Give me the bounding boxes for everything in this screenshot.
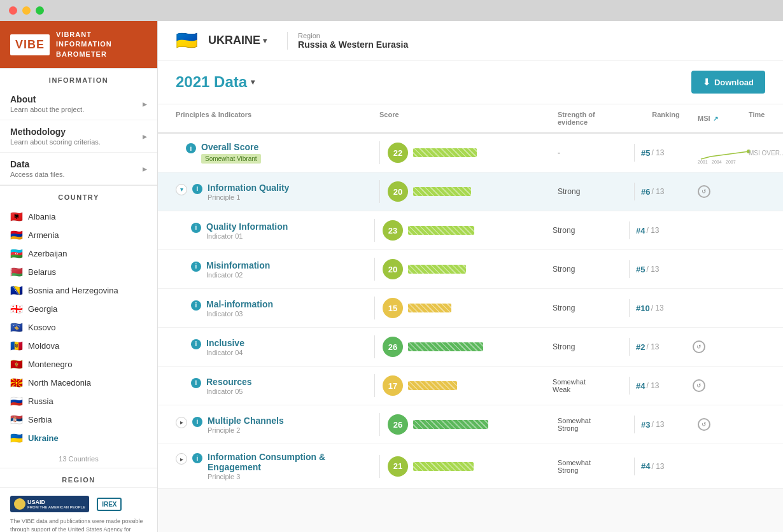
- info-quality-msi: ↺: [698, 185, 749, 198]
- sidebar-item-data[interactable]: Data Access data files.: [0, 153, 157, 185]
- selected-country: UKRAINE: [208, 34, 260, 47]
- overall-rank-num: #5: [641, 148, 650, 158]
- window-chrome: [0, 0, 783, 21]
- msi-external-link-icon[interactable]: ↗: [713, 115, 718, 122]
- svg-text:2004: 2004: [712, 160, 722, 164]
- methodology-arrow-icon: [143, 131, 147, 141]
- country-item-russia[interactable]: 🇷🇺 Russia: [0, 392, 157, 410]
- info-quality-ranking: #6 / 13: [634, 183, 698, 200]
- multiple-channels-history-icon[interactable]: ↺: [698, 418, 710, 431]
- col-time: Time: [749, 111, 783, 126]
- country-item-north-macedonia[interactable]: 🇲🇰 North Macedonia: [0, 374, 157, 392]
- data-header: 2021 Data ▾ ⬇ Download: [158, 60, 783, 104]
- sidebar-footer: USAID FROM THE AMERICAN PEOPLE IREX The …: [0, 487, 157, 532]
- multiple-channels-msi: ↺: [698, 418, 749, 431]
- row-info-consumption: ▸ i Information Consumption & Engagement…: [158, 444, 783, 489]
- section-title-region: REGION: [0, 468, 157, 487]
- info-quality-history-icon[interactable]: ↺: [698, 185, 710, 198]
- country-item-armenia[interactable]: 🇦🇲 Armenia: [0, 226, 157, 244]
- info-quality-score-bar: [413, 187, 558, 196]
- country-item-moldova[interactable]: 🇲🇩 Moldova: [0, 337, 157, 355]
- russia-name: Russia: [28, 396, 53, 406]
- inclusive-ranking: #2 / 13: [629, 338, 693, 356]
- mal-information-info-icon[interactable]: i: [191, 300, 201, 311]
- inclusive-score-cell: 26: [374, 335, 553, 358]
- country-item-serbia[interactable]: 🇷🇸 Serbia: [0, 410, 157, 429]
- info-consumption-expand-btn[interactable]: ▸: [176, 453, 187, 465]
- col-principles: Principles & Indicators: [176, 111, 379, 126]
- table-header-row: Principles & Indicators Score Strength o…: [158, 104, 783, 134]
- kosovo-flag: 🇽🇰: [10, 321, 23, 333]
- resources-info-icon[interactable]: i: [191, 378, 201, 388]
- overall-score-badge: 22: [388, 143, 408, 163]
- irex-label: IREX: [102, 501, 116, 508]
- moldova-name: Moldova: [28, 341, 59, 351]
- region-value: Russia & Western Eurasia: [298, 39, 408, 50]
- svg-text:2007: 2007: [726, 160, 736, 164]
- country-item-bosnia[interactable]: 🇧🇦 Bosnia and Herzegovina: [0, 281, 157, 300]
- inclusive-info-icon[interactable]: i: [191, 339, 201, 349]
- minimize-button[interactable]: [22, 6, 31, 15]
- russia-flag: 🇷🇺: [10, 395, 23, 407]
- country-item-ukraine[interactable]: 🇺🇦 Ukraine: [0, 429, 157, 447]
- misinformation-strength: Strong: [553, 265, 629, 274]
- armenia-name: Armenia: [28, 230, 59, 240]
- info-consumption-title: Information Consumption & Engagement: [208, 452, 379, 472]
- mal-information-score-badge: 15: [383, 298, 403, 318]
- multiple-channels-expand-btn[interactable]: ▸: [176, 417, 187, 428]
- country-list: 🇦🇱 Albania 🇦🇲 Armenia 🇦🇿 Azerbaijan 🇧🇾 B…: [0, 205, 157, 450]
- ukraine-flag-large: 🇺🇦: [176, 30, 198, 51]
- misinformation-info-icon[interactable]: i: [191, 262, 201, 272]
- overall-rank-total: / 13: [651, 148, 664, 157]
- info-consumption-score-cell: 21: [379, 455, 558, 478]
- info-quality-expand-btn[interactable]: ▾: [176, 184, 187, 195]
- download-label: Download: [714, 78, 754, 87]
- overall-title: Overall Score: [201, 142, 261, 152]
- multiple-channels-ranking: #3 / 13: [634, 416, 698, 433]
- row-mal-information: i Mal-information Indicator 03 15 S: [158, 289, 783, 328]
- misinformation-score-bar: [408, 265, 553, 274]
- armenia-flag: 🇦🇲: [10, 229, 23, 241]
- mal-information-title: Mal-information: [206, 299, 273, 309]
- moldova-flag: 🇲🇩: [10, 340, 23, 352]
- col-ranking: Ranking: [634, 111, 698, 126]
- sidebar-item-methodology[interactable]: Methodology Learn about scoring criteria…: [0, 120, 157, 153]
- country-item-albania[interactable]: 🇦🇱 Albania: [0, 207, 157, 226]
- inclusive-history-icon[interactable]: ↺: [693, 340, 705, 353]
- quality-info-icon[interactable]: i: [191, 223, 201, 233]
- country-item-kosovo[interactable]: 🇽🇰 Kosovo: [0, 318, 157, 337]
- footer-text: The VIBE data and publications were made…: [10, 517, 147, 532]
- quality-info-score-badge: 23: [383, 220, 403, 241]
- georgia-name: Georgia: [28, 304, 57, 314]
- azerbaijan-name: Azerbaijan: [28, 249, 67, 258]
- info-consumption-info-icon[interactable]: i: [192, 453, 202, 463]
- logo-area: VIBE VIBRANT INFORMATION BAROMETER: [0, 21, 157, 68]
- belarus-flag: 🇧🇾: [10, 266, 23, 278]
- overall-time: MSI OVER...: [749, 150, 783, 157]
- country-item-belarus[interactable]: 🇧🇾 Belarus: [0, 263, 157, 281]
- overall-score-bar: [413, 148, 558, 157]
- maximize-button[interactable]: [36, 6, 44, 15]
- multiple-channels-score-badge: 26: [388, 414, 408, 435]
- country-item-montenegro[interactable]: 🇲🇪 Montenegro: [0, 355, 157, 374]
- quality-info-title: Quality Information: [206, 221, 288, 232]
- close-button[interactable]: [9, 6, 17, 15]
- montenegro-name: Montenegro: [28, 360, 72, 369]
- multiple-channels-info-icon[interactable]: i: [192, 417, 202, 427]
- data-year-selector[interactable]: 2021 Data ▾: [176, 73, 255, 91]
- country-item-azerbaijan[interactable]: 🇦🇿 Azerbaijan: [0, 244, 157, 263]
- usaid-logo: USAID FROM THE AMERICAN PEOPLE: [10, 496, 89, 512]
- sidebar-item-about[interactable]: About Learn about the project.: [0, 88, 157, 120]
- country-item-georgia[interactable]: 🇬🇪 Georgia: [0, 300, 157, 318]
- download-button[interactable]: ⬇ Download: [691, 71, 765, 94]
- ukraine-flag: 🇺🇦: [10, 432, 23, 444]
- serbia-name: Serbia: [28, 415, 52, 424]
- download-icon: ⬇: [703, 77, 710, 87]
- country-selector[interactable]: UKRAINE ▾: [208, 34, 267, 47]
- overall-info-icon[interactable]: i: [186, 143, 196, 153]
- info-quality-info-icon[interactable]: i: [192, 184, 202, 194]
- resources-history-icon[interactable]: ↺: [693, 379, 705, 392]
- quality-info-subtitle: Indicator 01: [206, 232, 288, 240]
- resources-msi: ↺: [693, 379, 744, 392]
- misinformation-subtitle: Indicator 02: [206, 271, 270, 279]
